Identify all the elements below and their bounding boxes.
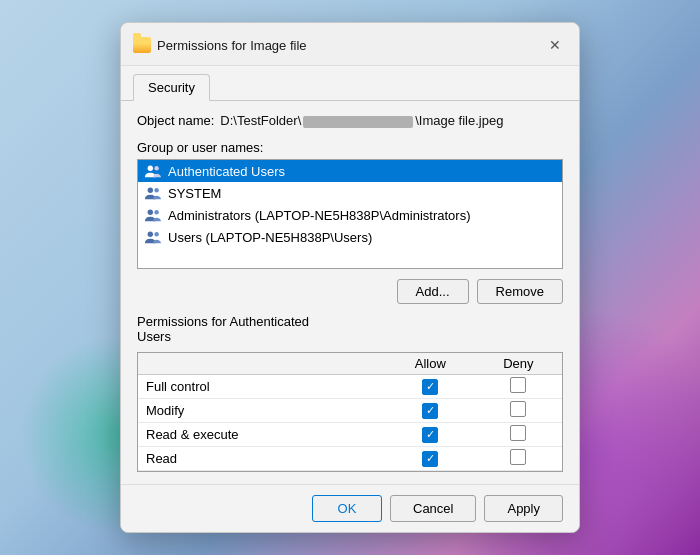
remove-button[interactable]: Remove: [477, 279, 563, 304]
user-list: Authenticated Users SYSTEM Administrator…: [137, 159, 563, 269]
user-label: SYSTEM: [168, 186, 221, 201]
perm-name: Modify: [138, 399, 386, 423]
permissions-dialog: Permissions for Image file ✕ Security Ob…: [120, 22, 580, 533]
deny-checkbox[interactable]: [510, 377, 526, 393]
perm-deny-cell: [475, 471, 562, 473]
allow-checkbox[interactable]: ✓: [422, 451, 438, 467]
dialog-content: Object name: D:\TestFolder\\Image file.j…: [121, 100, 579, 484]
deny-checkbox[interactable]: [510, 425, 526, 441]
perm-deny-cell: [475, 399, 562, 423]
perm-name: Write: [138, 471, 386, 473]
add-remove-row: Add... Remove: [137, 279, 563, 304]
user-label: Authenticated Users: [168, 164, 285, 179]
user-label: Administrators (LAPTOP-NE5H838P\Administ…: [168, 208, 470, 223]
dialog-title: Permissions for Image file: [157, 38, 307, 53]
svg-point-5: [154, 210, 159, 215]
perm-row: Read ✓: [138, 447, 562, 471]
perm-allow-cell: ✓: [386, 471, 475, 473]
cancel-button[interactable]: Cancel: [390, 495, 476, 522]
perm-allow-cell: ✓: [386, 399, 475, 423]
svg-point-0: [148, 166, 153, 171]
apply-button[interactable]: Apply: [484, 495, 563, 522]
perm-row: Modify ✓: [138, 399, 562, 423]
perm-name: Read: [138, 447, 386, 471]
perm-deny-cell: [475, 423, 562, 447]
allow-checkbox[interactable]: ✓: [422, 379, 438, 395]
tab-bar: Security: [121, 66, 579, 100]
object-name-row: Object name: D:\TestFolder\\Image file.j…: [137, 113, 563, 128]
col-allow: Allow: [386, 353, 475, 375]
titlebar-left: Permissions for Image file: [133, 37, 307, 53]
tab-security[interactable]: Security: [133, 74, 210, 101]
perm-row: Write ✓: [138, 471, 562, 473]
folder-icon: [133, 37, 151, 53]
user-item-admins[interactable]: Administrators (LAPTOP-NE5H838P\Administ…: [138, 204, 562, 226]
user-label: Users (LAPTOP-NE5H838P\Users): [168, 230, 372, 245]
allow-checkbox[interactable]: ✓: [422, 403, 438, 419]
svg-point-2: [148, 188, 153, 193]
svg-point-6: [148, 232, 153, 237]
perm-allow-cell: ✓: [386, 423, 475, 447]
svg-point-7: [154, 232, 159, 237]
user-group-icon: [144, 207, 162, 223]
deny-checkbox[interactable]: [510, 449, 526, 465]
user-item-users[interactable]: Users (LAPTOP-NE5H838P\Users): [138, 226, 562, 248]
permissions-table-container: Allow Deny Full control ✓: [137, 352, 563, 472]
user-group-icon: [144, 163, 162, 179]
perm-deny-cell: [475, 447, 562, 471]
perm-allow-cell: ✓: [386, 447, 475, 471]
svg-point-4: [148, 210, 153, 215]
perm-name: Full control: [138, 375, 386, 399]
svg-point-3: [154, 188, 159, 193]
allow-checkbox[interactable]: ✓: [422, 427, 438, 443]
user-group-icon: [144, 185, 162, 201]
deny-checkbox[interactable]: [510, 401, 526, 417]
col-permission: [138, 353, 386, 375]
perm-row: Full control ✓: [138, 375, 562, 399]
col-deny: Deny: [475, 353, 562, 375]
perm-name: Read & execute: [138, 423, 386, 447]
object-name-label: Object name:: [137, 113, 214, 128]
add-button[interactable]: Add...: [397, 279, 469, 304]
user-item-system[interactable]: SYSTEM: [138, 182, 562, 204]
perm-allow-cell: ✓: [386, 375, 475, 399]
user-group-icon: [144, 229, 162, 245]
perm-deny-cell: [475, 375, 562, 399]
group-section-label: Group or user names:: [137, 140, 563, 155]
ok-button[interactable]: OK: [312, 495, 382, 522]
user-item-authenticated[interactable]: Authenticated Users: [138, 160, 562, 182]
object-name-value: D:\TestFolder\\Image file.jpeg: [220, 113, 503, 128]
titlebar: Permissions for Image file ✕: [121, 23, 579, 66]
svg-point-1: [154, 166, 159, 171]
permissions-table: Allow Deny Full control ✓: [138, 353, 562, 472]
perm-row: Read & execute ✓: [138, 423, 562, 447]
close-button[interactable]: ✕: [543, 33, 567, 57]
footer: OK Cancel Apply: [121, 484, 579, 532]
redacted-path: [303, 116, 413, 128]
perm-label-prefix: Permissions for AuthenticatedUsers: [137, 314, 309, 344]
